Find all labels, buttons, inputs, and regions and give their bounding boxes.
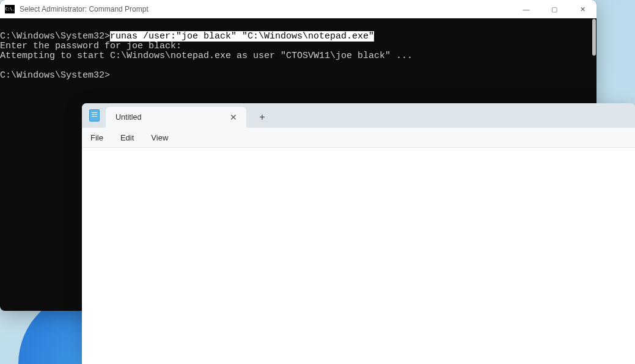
cmd-window-controls: — ▢ ✕ [512,0,596,18]
cmd-selected-text: runas /user:"joe black" "C:\Windows\note… [110,31,374,42]
cmd-title: Select Administrator: Command Prompt [20,5,149,13]
close-button[interactable]: ✕ [568,0,596,18]
maximize-button[interactable]: ▢ [540,0,568,18]
menu-file[interactable]: File [90,133,103,142]
notepad-editor[interactable] [82,148,635,364]
new-tab-button[interactable]: + [250,107,274,128]
minimize-button[interactable]: — [512,0,540,18]
cmd-body[interactable]: C:\Windows\System32>runas /user:"joe bla… [0,18,596,90]
cmd-output-line: C:\Windows\System32>runas /user:"joe bla… [0,31,374,42]
notepad-icon [89,109,100,122]
cmd-titlebar[interactable]: C:\. Select Administrator: Command Promp… [0,0,596,18]
menu-edit[interactable]: Edit [120,133,134,142]
notepad-menubar: File Edit View [82,128,635,148]
cmd-icon: C:\. [5,5,15,13]
notepad-tab[interactable]: Untitled ✕ [106,107,246,128]
notepad-window: Untitled ✕ + File Edit View [82,103,635,364]
tab-title: Untitled [116,113,141,122]
scrollbar-thumb[interactable] [592,19,596,56]
tab-close-button[interactable]: ✕ [228,112,239,123]
cmd-prompt-line: C:\Windows\System32> [0,70,110,81]
cmd-output-line: Attempting to start C:\Windows\notepad.e… [0,51,413,61]
notepad-tabstrip: Untitled ✕ + [82,103,635,128]
menu-view[interactable]: View [151,133,168,142]
cmd-output-line: Enter the password for joe black: [0,41,182,51]
